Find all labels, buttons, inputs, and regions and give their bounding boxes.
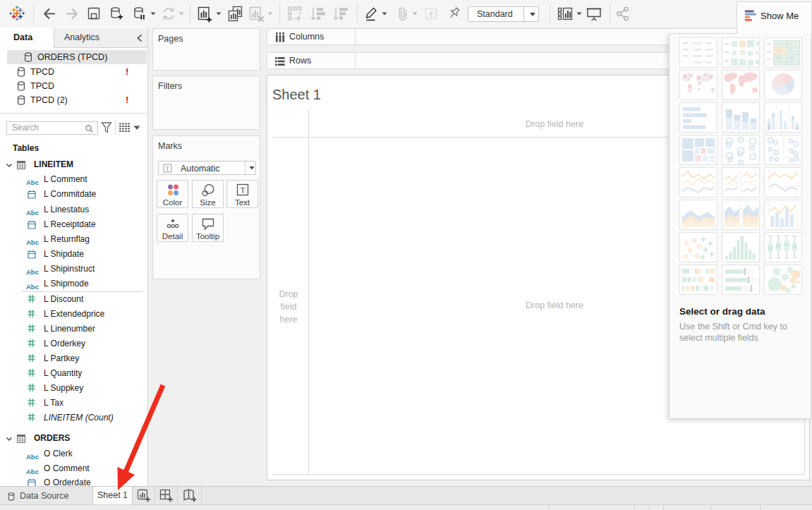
svg-text:245: 245 <box>775 56 781 60</box>
svg-text:T: T <box>429 11 433 18</box>
svg-text:123: 123 <box>775 42 781 46</box>
svg-text:999: 999 <box>789 56 794 60</box>
svg-text:34: 34 <box>789 42 793 46</box>
svg-text:56: 56 <box>789 49 793 53</box>
svg-text:789: 789 <box>775 49 781 53</box>
svg-text:T: T <box>166 165 170 172</box>
svg-text:T: T <box>240 186 245 194</box>
